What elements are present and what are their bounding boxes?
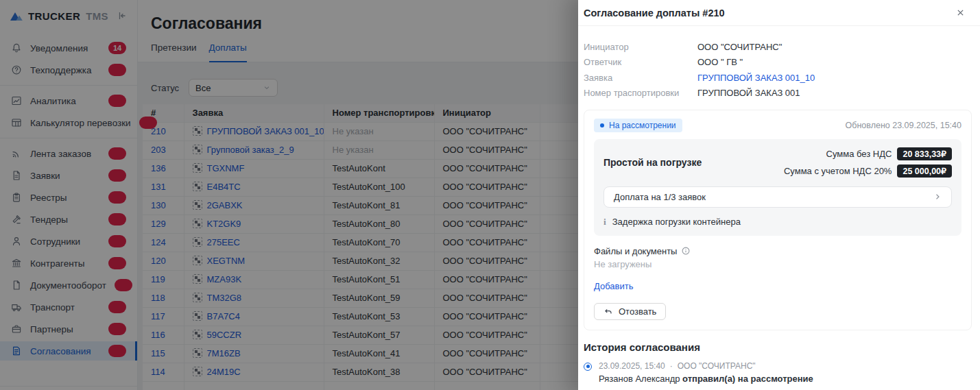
drawer-header: Согласование доплаты #210 <box>578 0 980 26</box>
info-label: Ответчик <box>584 55 697 70</box>
approval-drawer: Согласование доплаты #210 Инициатор ООО … <box>578 0 980 390</box>
surcharge-box: Простой на погрузке Сумма без НДС 20 833… <box>594 139 961 236</box>
close-icon[interactable] <box>956 8 965 17</box>
approval-status-card: На рассмотрении Обновлено 23.09.2025, 15… <box>584 110 972 330</box>
recall-button[interactable]: Отозвать <box>594 303 666 320</box>
surcharge-title: Простой на погрузке <box>603 157 702 168</box>
request-link[interactable]: ГРУППОВОЙ ЗАКАЗ 001_10 <box>697 71 815 86</box>
info-row: Инициатор ООО "СОЧИТРАНС" <box>584 40 972 55</box>
info-icon: i <box>603 217 606 228</box>
timeline-dot-icon <box>584 363 592 371</box>
files-empty-text: Не загружены <box>594 259 961 269</box>
info-value: ГРУППОВОЙ ЗАКАЗ 001 <box>697 86 800 101</box>
info-row: Ответчик ООО " ГВ " <box>584 55 972 70</box>
history-org: ООО "СОЧИТРАНС" <box>678 361 756 371</box>
approval-info: Инициатор ООО "СОЧИТРАНС" Ответчик ООО "… <box>584 40 972 101</box>
history-action: отправил(а) на рассмотрение <box>682 374 813 384</box>
surcharge-split-label: Доплата на 1/3 заявок <box>614 192 706 202</box>
files-label: Файлы и документы <box>594 246 677 256</box>
history-title: История согласования <box>584 341 972 353</box>
status-dot-icon <box>600 123 604 127</box>
sum-no-vat-value: 20 833,33₽ <box>897 147 952 160</box>
info-value: ООО " ГВ " <box>697 55 743 70</box>
drawer-title: Согласование доплаты #210 <box>584 8 725 19</box>
sum-vat-value: 25 000,00₽ <box>897 164 952 178</box>
updated-timestamp: Обновлено 23.09.2025, 15:40 <box>846 121 961 130</box>
files-section: Файлы и документы Не загружены <box>594 246 961 269</box>
status-badge-label: На рассмотрении <box>609 121 676 130</box>
info-row: Заявка ГРУППОВОЙ ЗАКАЗ 001_10 <box>584 71 972 86</box>
surcharge-sums: Сумма без НДС 20 833,33₽ Сумма с учетом … <box>784 147 952 178</box>
history-list: 23.09.2025, 15:40 · ООО "СОЧИТРАНС" Ряза… <box>584 361 972 384</box>
history-author: Рязанов Александр <box>599 374 682 384</box>
info-label: Инициатор <box>584 40 697 55</box>
sum-no-vat-label: Сумма без НДС <box>826 149 892 159</box>
surcharge-split-expander[interactable]: Доплата на 1/3 заявок <box>603 186 952 208</box>
history-date: 23.09.2025, 15:40 <box>599 361 665 371</box>
info-circle-icon <box>681 246 691 256</box>
info-row: Номер траспортировки ГРУППОВОЙ ЗАКАЗ 001 <box>584 86 972 101</box>
drawer-body: Инициатор ООО "СОЧИТРАНС" Ответчик ООО "… <box>578 26 980 384</box>
history-entry: 23.09.2025, 15:40 · ООО "СОЧИТРАНС" Ряза… <box>584 361 972 384</box>
info-label: Заявка <box>584 71 697 86</box>
info-label: Номер траспортировки <box>584 86 697 101</box>
info-value: ООО "СОЧИТРАНС" <box>697 40 782 55</box>
history-separator: · <box>670 361 673 371</box>
chevron-right-icon <box>933 193 942 201</box>
surcharge-note: i Задержка погрузки контейнера <box>603 217 952 228</box>
sum-vat-label: Сумма с учетом НДС 20% <box>784 166 892 176</box>
surcharge-note-text: Задержка погрузки контейнера <box>612 217 741 227</box>
rollback-icon <box>603 306 613 316</box>
recall-button-label: Отозвать <box>619 306 656 317</box>
status-badge: На рассмотрении <box>594 119 682 132</box>
add-file-link[interactable]: Добавить <box>594 281 633 291</box>
